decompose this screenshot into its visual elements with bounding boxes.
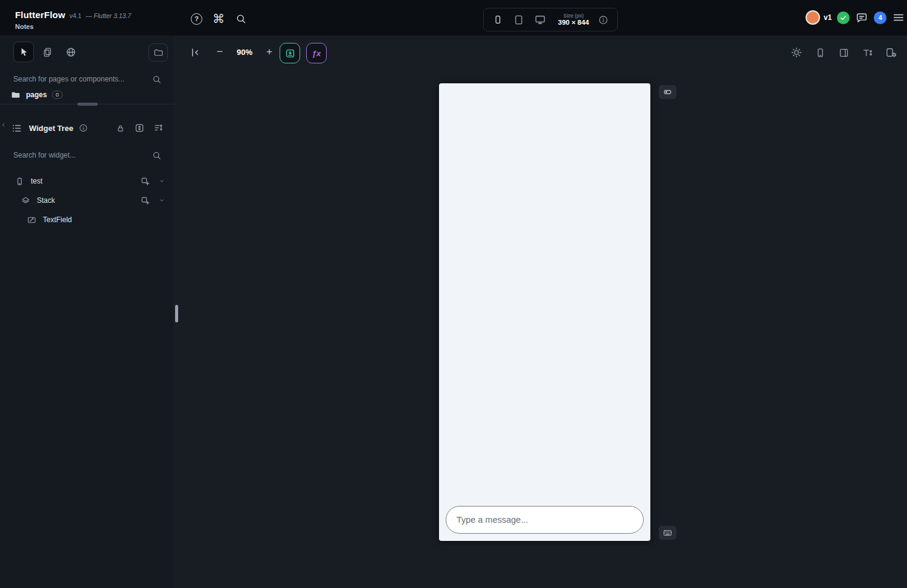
device-frame-icon (838, 47, 850, 59)
canvas-settings-button[interactable] (885, 46, 897, 59)
node-menu-button[interactable] (158, 197, 165, 204)
tree-node-label: TextField (43, 216, 72, 224)
tree-node-stack[interactable]: Stack (0, 191, 175, 210)
project-name: Notes (15, 23, 34, 30)
widget-tree-title: Widget Tree (29, 124, 74, 133)
pages-search-input[interactable] (13, 75, 152, 83)
chevron-left-icon (0, 118, 7, 132)
device-preview-button[interactable] (815, 47, 826, 59)
globe-icon (65, 46, 77, 58)
canvas-size: Size (px) 390 × 844 (558, 13, 589, 27)
tablet-icon (513, 14, 525, 26)
canvas-connectors-toggle[interactable] (659, 85, 676, 99)
typography-button[interactable] (862, 47, 873, 59)
account-cluster: v1 4 (806, 10, 905, 25)
zoom-in-button[interactable]: + (263, 45, 276, 59)
folder-icon (10, 89, 21, 100)
app-logo: FlutterFlow (15, 10, 65, 20)
theme-brightness-button[interactable] (790, 46, 803, 59)
zoom-control: − 90% + (213, 45, 276, 59)
tree-sort-button[interactable] (153, 123, 164, 133)
lock-canvas-button[interactable] (115, 123, 126, 133)
page-phone-icon (14, 176, 25, 187)
tree-node-label: Stack (37, 196, 55, 205)
vertical-arrows-icon (134, 123, 145, 133)
text-size-icon (862, 47, 873, 59)
select-tool-tab[interactable] (13, 42, 34, 62)
node-menu-button[interactable] (158, 177, 165, 185)
pages-folder-label: pages (26, 91, 47, 99)
lock-icon (115, 123, 126, 133)
sort-icon (153, 123, 164, 133)
size-label: Size (px) (558, 13, 589, 19)
pages-tab[interactable] (37, 42, 57, 62)
panel-resize-handle[interactable] (77, 103, 98, 106)
copy-icon (42, 46, 53, 58)
widget-tree-header: Widget Tree (0, 118, 175, 138)
menu-button[interactable] (892, 11, 905, 24)
widget-tree-info-button[interactable] (79, 123, 88, 133)
pages-folder-item[interactable]: pages 0 (10, 89, 63, 101)
command-icon: ⌘ (213, 13, 225, 25)
node-actions (140, 196, 165, 206)
size-info-button[interactable] (598, 14, 609, 25)
device-phone-button[interactable] (492, 14, 504, 25)
phone-icon (492, 14, 504, 25)
brand: FlutterFlow v4.1 — Flutter 3.13.7 (15, 10, 131, 20)
panel-collapse-handle[interactable] (0, 118, 7, 132)
message-textfield-widget[interactable] (446, 506, 644, 534)
node-actions (140, 176, 165, 187)
search-icon (235, 13, 247, 25)
help-button[interactable]: ? (191, 13, 202, 25)
message-input[interactable] (457, 515, 633, 525)
branch-label: v1 (824, 13, 832, 22)
left-sidebar: pages 0 Widget Tree test (0, 36, 175, 588)
widget-search (13, 147, 162, 163)
keyboard-icon (662, 528, 673, 538)
app-version: v4.1 (69, 12, 82, 19)
insert-widget-mode-button[interactable] (280, 43, 300, 63)
zoom-out-button[interactable]: − (213, 45, 226, 59)
search-icon[interactable] (152, 150, 162, 161)
notification-badge[interactable]: 4 (874, 11, 886, 24)
search-icon[interactable] (152, 74, 162, 85)
device-frame-button[interactable] (838, 47, 850, 59)
widget-tree-actions (115, 123, 164, 133)
device-tablet-button[interactable] (513, 14, 525, 26)
expand-collapse-button[interactable] (134, 123, 145, 133)
tree-node-textfield[interactable]: TextField (0, 210, 175, 229)
info-icon (598, 14, 609, 25)
keyboard-shortcuts-button[interactable]: ⌘ (213, 13, 225, 25)
keyboard-toggle-button[interactable] (659, 526, 676, 540)
add-widget-button[interactable] (140, 196, 150, 206)
chevron-down-icon (158, 177, 165, 185)
topbar: FlutterFlow v4.1 — Flutter 3.13.7 Notes … (0, 0, 907, 36)
sync-status-button[interactable] (837, 11, 850, 24)
canvas-tools (790, 46, 897, 59)
chat-button[interactable] (855, 11, 868, 24)
variables-mode-button[interactable]: ƒx (306, 43, 327, 63)
device-desktop-button[interactable] (534, 13, 546, 26)
add-widget-icon (140, 176, 150, 187)
cursor-icon (18, 46, 30, 58)
folder-icon (153, 47, 164, 58)
desktop-icon (534, 13, 546, 26)
collapse-left-icon (189, 46, 201, 59)
add-widget-button[interactable] (140, 176, 150, 187)
help-cluster: ? ⌘ (191, 12, 247, 25)
sidebar-scrollbar[interactable] (175, 305, 178, 322)
add-widget-icon (140, 196, 150, 206)
collapse-panel-button[interactable] (189, 46, 201, 59)
fx-icon: ƒx (312, 49, 321, 58)
canvas-area: − 90% + ƒx (176, 36, 907, 588)
global-search-button[interactable] (235, 13, 247, 25)
widget-search-input[interactable] (13, 151, 152, 159)
panel-divider (0, 104, 175, 104)
tree-node-label: test (31, 177, 42, 185)
add-page-button[interactable] (149, 43, 168, 62)
tree-node-page[interactable]: test (0, 171, 175, 191)
settings-gear-icon (885, 46, 897, 59)
avatar[interactable] (806, 10, 820, 25)
globe-tab[interactable] (60, 42, 81, 62)
phone-canvas[interactable] (439, 83, 650, 541)
